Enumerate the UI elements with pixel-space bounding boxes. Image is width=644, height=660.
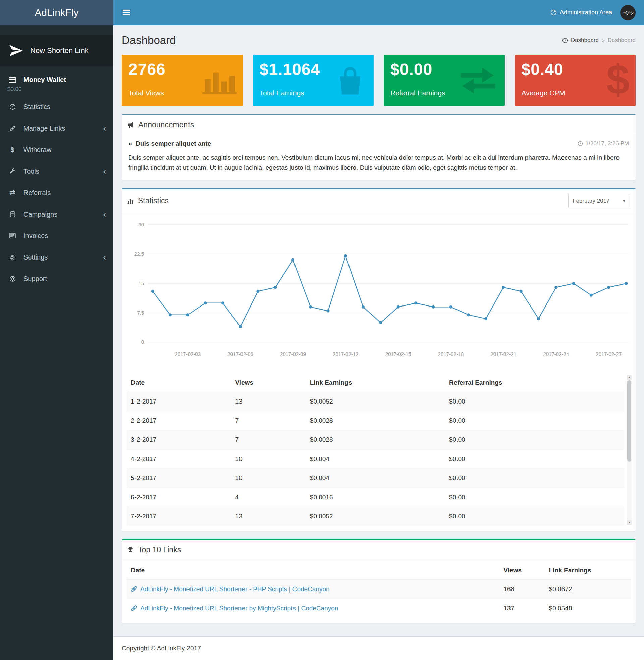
column-header: Link Earnings	[306, 374, 445, 392]
column-header: Referral Earnings	[445, 374, 624, 392]
svg-text:0: 0	[141, 339, 144, 345]
gauge-icon	[550, 9, 557, 16]
sidebar-item-withdraw[interactable]: $ Withdraw	[0, 139, 113, 160]
sidebar-item-label: Tools	[23, 168, 39, 175]
navbar: Administration Area mighty	[113, 0, 644, 25]
top-links-table: Date Views Link Earnings AdLinkFly - Mon…	[127, 561, 630, 618]
sidebar-item-statistics[interactable]: Statistics	[0, 96, 113, 117]
stat-value: $0.40	[522, 60, 629, 79]
stat-label: Total Views	[129, 89, 164, 97]
exchange-icon: ⇄	[7, 188, 18, 197]
table-row: AdLinkFly - Monetized URL Shortener - PH…	[127, 580, 630, 599]
life-ring-icon	[7, 276, 18, 282]
arrow-up-icon[interactable]: ▲	[627, 375, 631, 380]
announcement-body: Duis semper aliquet ante, ac sagittis or…	[129, 153, 629, 173]
breadcrumb-current: Dashboard	[608, 37, 636, 44]
svg-text:2017-02-12: 2017-02-12	[333, 351, 359, 356]
invoice-icon	[7, 233, 18, 238]
top-link[interactable]: AdLinkFly - Monetized URL Shortener - PH…	[140, 586, 330, 593]
admin-area-label: Administration Area	[560, 9, 612, 16]
sidebar-item-label: Referrals	[23, 189, 51, 197]
svg-text:2017-02-09: 2017-02-09	[280, 351, 306, 356]
gauge-icon	[7, 104, 18, 110]
sidebar-item-support[interactable]: Support	[0, 268, 113, 289]
paper-plane-icon	[8, 43, 23, 59]
sidebar-item-label: Statistics	[23, 103, 50, 111]
breadcrumb-separator: >	[602, 38, 605, 43]
page-title: Dashboard	[122, 34, 176, 47]
gears-icon	[7, 254, 18, 261]
statistics-title: Statistics	[138, 196, 169, 205]
sidebar-item-invoices[interactable]: Invoices	[0, 225, 113, 246]
top-links-box: Top 10 Links Date Views Link Earnings Ad…	[122, 540, 636, 623]
column-header: Views	[231, 374, 305, 392]
app-logo[interactable]: AdLinkFly	[0, 0, 113, 25]
new-shorten-link-label: New Shorten Link	[30, 46, 89, 55]
table-header-row: Date Views Link Earnings Referral Earnin…	[127, 374, 624, 392]
stats-table: Date Views Link Earnings Referral Earnin…	[127, 374, 624, 526]
views-line-chart: 07.51522.5302017-02-032017-02-062017-02-…	[122, 213, 636, 372]
sidebar-toggle-button[interactable]	[123, 10, 130, 16]
admin-area-link[interactable]: Administration Area	[550, 9, 612, 16]
stat-label: Referral Earnings	[390, 89, 445, 97]
chevron-left-icon: ‹	[103, 210, 106, 219]
link-icon	[7, 125, 18, 132]
wrench-icon	[7, 168, 18, 175]
svg-text:2017-02-18: 2017-02-18	[438, 351, 464, 356]
new-shorten-link-button[interactable]: New Shorten Link	[0, 35, 113, 66]
announcements-box: Announcements » Duis semper aliquet ante…	[122, 114, 636, 180]
scrollbar-thumb[interactable]	[627, 380, 631, 461]
table-row: 7-2-201713$0.0052$0.00	[127, 507, 624, 526]
sidebar-item-settings[interactable]: Settings ‹	[0, 246, 113, 268]
sidebar-item-tools[interactable]: Tools ‹	[0, 160, 113, 182]
copyright-text: Copyright © AdLinkFly 2017	[122, 644, 201, 652]
sidebar-item-label: Money Wallet	[23, 76, 66, 84]
svg-text:2017-02-06: 2017-02-06	[227, 351, 253, 356]
table-row: 2-2-20177$0.0028$0.00	[127, 411, 624, 431]
sidebar-item-manage-links[interactable]: Manage Links ‹	[0, 117, 113, 139]
link-icon	[131, 586, 140, 593]
sidebar-item-label: Settings	[23, 254, 48, 261]
database-icon	[7, 211, 18, 218]
sidebar-item-label: Campaigns	[23, 211, 58, 218]
gauge-icon	[562, 38, 568, 43]
svg-text:2017-02-03: 2017-02-03	[175, 351, 201, 356]
stat-value: 2766	[129, 60, 236, 79]
svg-text:2017-02-15: 2017-02-15	[385, 351, 411, 356]
user-avatar[interactable]: mighty	[620, 5, 636, 21]
sidebar-menu: Money Wallet $0.00 Statistics Manage Lin…	[0, 72, 113, 289]
svg-text:7.5: 7.5	[137, 310, 144, 315]
stat-label: Average CPM	[522, 89, 565, 97]
table-row: 4-2-201710$0.004$0.00	[127, 449, 624, 469]
top-link[interactable]: AdLinkFly - Monetized URL Shortener by M…	[140, 604, 338, 612]
sidebar-item-money-wallet[interactable]: Money Wallet $0.00	[0, 72, 113, 96]
svg-text:2017-02-27: 2017-02-27	[596, 351, 622, 356]
bar-chart-icon	[127, 198, 134, 204]
clock-icon	[578, 141, 583, 146]
column-header: Date	[127, 561, 500, 580]
sidebar-item-referrals[interactable]: ⇄ Referrals	[0, 182, 113, 203]
sidebar-item-label: Withdraw	[23, 146, 51, 154]
breadcrumb-dashboard-link[interactable]: Dashboard	[571, 37, 599, 44]
sidebar: New Shorten Link Money Wallet $0.00 Stat…	[0, 25, 113, 660]
chevron-left-icon: ‹	[103, 167, 106, 176]
caret-down-icon: ▼	[622, 199, 626, 203]
sidebar-item-campaigns[interactable]: Campaigns ‹	[0, 203, 113, 225]
table-scrollbar[interactable]: ▲ ▼	[627, 375, 631, 525]
table-row: 3-2-20177$0.0028$0.00	[127, 431, 624, 449]
svg-text:2017-02-24: 2017-02-24	[543, 351, 569, 356]
chevron-left-icon: ‹	[103, 124, 106, 133]
stat-boxes: 2766 Total Views $1.1064 Total Earnings	[122, 55, 636, 106]
app-name: AdLinkFly	[34, 7, 79, 19]
svg-text:15: 15	[138, 280, 144, 286]
credit-card-icon	[7, 77, 18, 83]
stat-value: $0.00	[390, 60, 498, 79]
svg-text:2017-02-21: 2017-02-21	[491, 351, 516, 356]
table-row: 5-2-201710$0.004$0.00	[127, 469, 624, 488]
link-icon	[131, 604, 140, 612]
arrow-down-icon[interactable]: ▼	[627, 520, 631, 525]
stat-total-views: 2766 Total Views	[122, 55, 243, 106]
table-row: 6-2-20174$0.0016$0.00	[127, 488, 624, 507]
month-select[interactable]: February 2017 ▼	[568, 194, 630, 208]
column-header: Date	[127, 374, 231, 392]
